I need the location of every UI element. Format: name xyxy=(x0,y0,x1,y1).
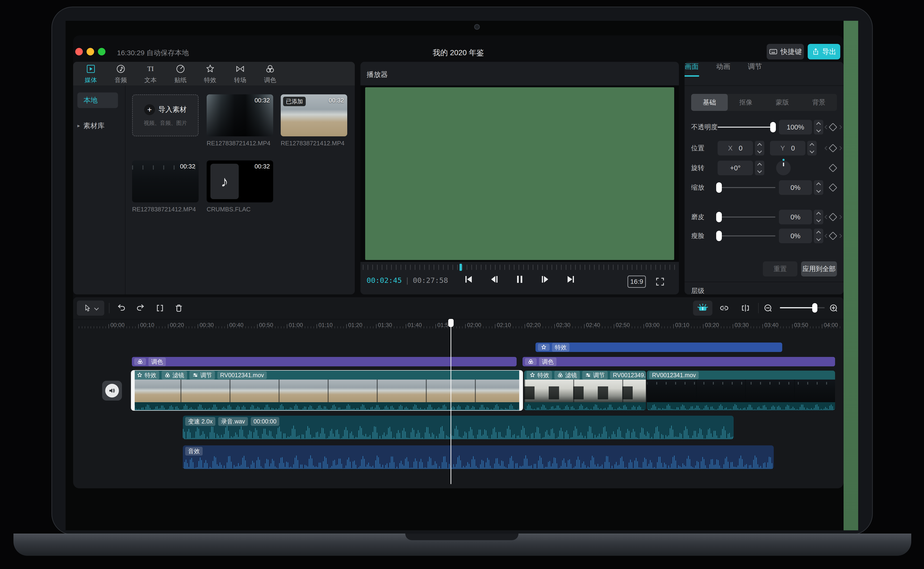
prev-keyframe-icon[interactable] xyxy=(824,146,829,150)
apply-to-all-button[interactable]: 应用到全部 xyxy=(801,262,837,277)
sidebar-item-library[interactable]: ▸ 素材库 xyxy=(78,119,120,132)
undo-button[interactable] xyxy=(116,303,127,314)
trim-handle-left[interactable] xyxy=(131,371,135,410)
trim-handle-right[interactable] xyxy=(519,371,523,410)
tab-adjust[interactable]: 调节 xyxy=(748,62,762,72)
playhead[interactable] xyxy=(451,321,451,484)
scale-stepper[interactable] xyxy=(814,180,823,195)
prev-keyframe-icon[interactable] xyxy=(824,234,829,238)
clip-filename: RV0012341.mov xyxy=(649,371,699,379)
media-item-thumbnail[interactable]: 00:32 xyxy=(132,160,199,202)
tab-sticker[interactable]: 贴纸 xyxy=(166,63,195,84)
aspect-ratio-button[interactable]: 16:9 xyxy=(628,275,646,288)
select-tool-button[interactable] xyxy=(77,301,104,316)
keyframe-icon[interactable] xyxy=(829,183,837,192)
media-item-thumbnail[interactable]: ♪ 00:32 xyxy=(207,160,273,202)
tab-effects[interactable]: 特效 xyxy=(196,63,224,84)
smooth-skin-slider[interactable] xyxy=(717,216,775,218)
position-x-stepper[interactable] xyxy=(755,141,764,155)
import-media-button[interactable]: + 导入素材 视频、音频、图片 xyxy=(132,94,199,136)
slim-face-slider[interactable] xyxy=(717,236,775,236)
text-icon: TI xyxy=(145,64,156,74)
opacity-value[interactable]: 100% xyxy=(779,120,812,134)
color-circles-icon xyxy=(528,359,534,365)
plus-icon: + xyxy=(144,104,155,115)
subtab-basic[interactable]: 基础 xyxy=(691,94,728,111)
smooth-skin-value[interactable]: 0% xyxy=(779,210,812,224)
skip-start-button[interactable] xyxy=(463,274,474,285)
added-badge: 已添加 xyxy=(283,97,306,106)
timeline-zoom-slider[interactable] xyxy=(780,307,825,308)
color-clip[interactable]: 调色 xyxy=(523,357,835,367)
rotation-stepper[interactable] xyxy=(755,161,764,175)
track-mute-button[interactable] xyxy=(102,381,122,400)
tab-transitions[interactable]: 转场 xyxy=(226,63,254,84)
delete-button[interactable] xyxy=(173,303,184,314)
player-scrub-strip[interactable] xyxy=(363,265,676,270)
prev-frame-button[interactable] xyxy=(489,274,500,285)
playhead-handle[interactable] xyxy=(448,319,454,327)
slim-face-stepper[interactable] xyxy=(814,228,823,243)
next-keyframe-icon[interactable] xyxy=(838,234,842,238)
tab-color[interactable]: 调色 xyxy=(256,63,284,84)
scale-slider[interactable] xyxy=(717,187,775,188)
next-keyframe-icon[interactable] xyxy=(838,146,842,150)
tab-media[interactable]: 媒体 xyxy=(77,63,105,84)
zoom-out-button[interactable] xyxy=(762,303,774,314)
subtab-mask[interactable]: 蒙版 xyxy=(764,94,801,111)
pause-button[interactable] xyxy=(514,274,525,285)
subtab-background[interactable]: 背景 xyxy=(801,94,837,111)
player-canvas[interactable] xyxy=(365,87,674,260)
keyframe-icon[interactable] xyxy=(829,213,837,222)
effect-clip[interactable]: 特效 xyxy=(535,342,782,352)
sidebar-item-local[interactable]: 本地 xyxy=(78,93,118,108)
next-keyframe-icon[interactable] xyxy=(838,125,842,129)
keyframe-icon[interactable] xyxy=(829,164,837,172)
timeline-ruler[interactable]: 00:0000:1000:2000:3000:4000:5001:0001:10… xyxy=(73,319,843,329)
link-clips-button[interactable] xyxy=(719,303,730,314)
split-insert-button[interactable] xyxy=(740,303,751,314)
scale-value[interactable]: 0% xyxy=(779,180,812,195)
fullscreen-button[interactable] xyxy=(654,275,666,288)
keyframe-icon[interactable] xyxy=(829,232,837,240)
media-item-thumbnail[interactable]: 已添加 00:32 xyxy=(281,94,347,136)
zoom-in-button[interactable] xyxy=(828,303,839,314)
split-button[interactable] xyxy=(154,303,166,314)
subtab-chroma[interactable]: 抠像 xyxy=(728,94,764,111)
next-frame-button[interactable] xyxy=(540,274,551,285)
slim-face-value[interactable]: 0% xyxy=(779,228,812,243)
reset-button[interactable]: 重置 xyxy=(763,262,797,277)
tab-picture[interactable]: 画面 xyxy=(685,62,699,72)
redo-button[interactable] xyxy=(135,303,146,314)
media-icon xyxy=(86,64,96,74)
skip-end-button[interactable] xyxy=(565,274,576,285)
rotation-knob[interactable] xyxy=(776,161,791,175)
position-y-field[interactable]: Y0 xyxy=(770,141,805,155)
smooth-skin-stepper[interactable] xyxy=(814,210,823,224)
color-clip[interactable]: 调色 xyxy=(132,357,517,367)
media-item-name: CRUMBS.FLAC xyxy=(207,206,251,213)
video-clip-1[interactable]: 特效 滤镜 调节 RV0012341.mov xyxy=(131,371,523,410)
media-item-thumbnail[interactable]: 00:32 xyxy=(207,94,273,136)
rotation-value[interactable]: +0° xyxy=(717,161,753,175)
video-clip-2[interactable]: 特效 滤镜 调节 RV0012349.mov xyxy=(524,371,646,410)
tab-animation[interactable]: 动画 xyxy=(716,62,730,72)
next-keyframe-icon[interactable] xyxy=(838,215,842,219)
keyframe-icon[interactable] xyxy=(829,123,837,132)
tab-audio[interactable]: 音频 xyxy=(106,63,135,84)
audio-clip-recording[interactable]: 变速 2.0x 录音.wav 00:00:00 xyxy=(183,416,734,439)
position-y-stepper[interactable] xyxy=(807,141,817,155)
tab-text[interactable]: TI 文本 xyxy=(136,63,165,84)
opacity-stepper[interactable] xyxy=(814,120,823,134)
keyframe-icon[interactable] xyxy=(829,144,837,153)
prev-keyframe-icon[interactable] xyxy=(824,215,829,219)
filmstrip xyxy=(647,380,835,402)
position-x-field[interactable]: X0 xyxy=(717,141,753,155)
export-button[interactable]: 导出 xyxy=(808,44,840,59)
video-clip-3[interactable]: RV0012341.mov xyxy=(647,371,835,410)
shortcuts-button[interactable]: 快捷键 xyxy=(767,44,804,59)
audio-clip-sfx[interactable]: 音效 xyxy=(183,446,774,469)
snap-toggle-button[interactable] xyxy=(693,301,713,316)
prev-keyframe-icon[interactable] xyxy=(824,125,829,129)
opacity-slider[interactable] xyxy=(717,127,775,128)
